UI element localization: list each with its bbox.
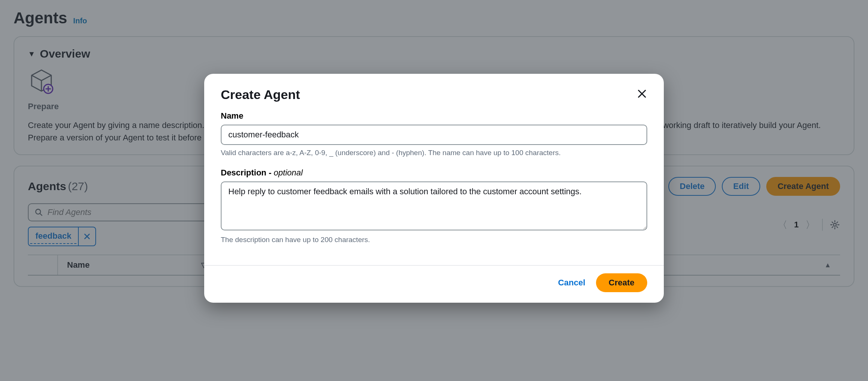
description-field-group: Description - optional The description c… [221,168,647,245]
description-input[interactable] [221,181,647,230]
name-input[interactable] [221,125,647,145]
name-label: Name [221,111,647,121]
name-help: Valid characters are a-z, A-Z, 0-9, _ (u… [221,148,647,158]
modal-footer: Cancel Create [204,265,664,303]
modal-overlay: Create Agent Name Valid characters are a… [0,0,868,381]
create-agent-modal: Create Agent Name Valid characters are a… [204,74,664,303]
close-icon [637,88,647,99]
cancel-button[interactable]: Cancel [558,278,585,288]
modal-title: Create Agent [221,87,300,102]
create-button[interactable]: Create [596,273,647,292]
modal-close-button[interactable] [637,87,647,102]
description-optional: optional [274,168,303,177]
name-field-group: Name Valid characters are a-z, A-Z, 0-9,… [221,111,647,158]
description-label-text: Description - [221,168,274,177]
description-label: Description - optional [221,168,647,178]
description-help: The description can have up to 200 chara… [221,235,647,245]
